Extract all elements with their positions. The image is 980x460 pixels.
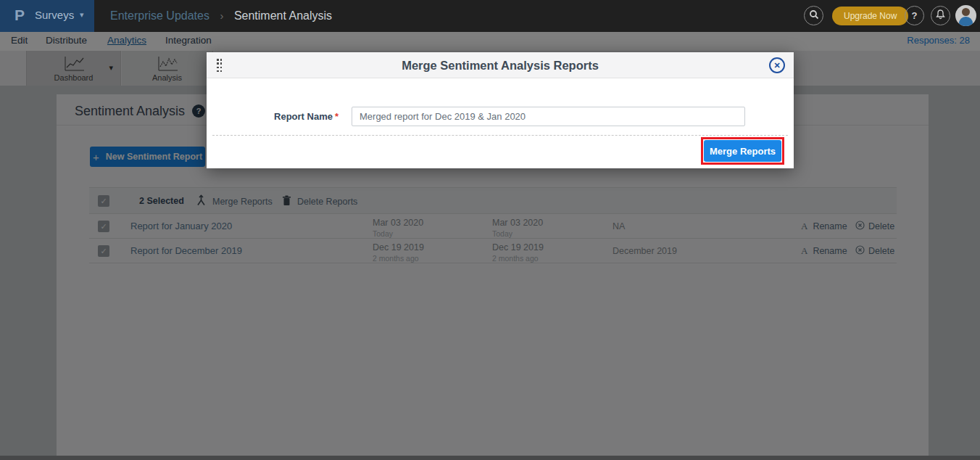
modal-footer-divider bbox=[212, 135, 788, 136]
avatar-head bbox=[962, 8, 970, 16]
help-button[interactable]: ? bbox=[905, 6, 924, 25]
breadcrumb-survey-name[interactable]: Enterprise Updates bbox=[110, 9, 209, 22]
caret-down-icon: ▾ bbox=[80, 10, 84, 20]
questionpro-app: P Surveys ▾ Enterprise Updates › Sentime… bbox=[0, 0, 980, 460]
top-bar: P Surveys ▾ Enterprise Updates › Sentime… bbox=[0, 0, 980, 32]
modal-header: Merge Sentiment Analysis Reports ✕ bbox=[207, 52, 794, 78]
search-button[interactable] bbox=[804, 6, 823, 25]
modal-title: Merge Sentiment Analysis Reports bbox=[207, 52, 794, 78]
product-name: Surveys bbox=[35, 9, 74, 21]
breadcrumb: Enterprise Updates › Sentiment Analysis bbox=[110, 0, 332, 32]
search-icon bbox=[809, 9, 819, 22]
notifications-button[interactable] bbox=[931, 6, 950, 25]
question-mark-icon: ? bbox=[912, 10, 918, 21]
report-name-label: Report Name* bbox=[207, 111, 339, 122]
upgrade-now-button[interactable]: Upgrade Now bbox=[832, 7, 908, 25]
drag-handle-icon[interactable] bbox=[216, 58, 223, 73]
merge-reports-button[interactable]: Merge Reports bbox=[704, 140, 781, 162]
avatar-torso bbox=[959, 17, 973, 26]
required-asterisk: * bbox=[335, 111, 339, 122]
report-name-input[interactable] bbox=[352, 107, 745, 126]
close-icon: ✕ bbox=[773, 61, 780, 70]
chevron-right-icon: › bbox=[220, 9, 223, 22]
questionpro-logo-icon: P bbox=[14, 7, 25, 24]
product-switcher[interactable]: P Surveys ▾ bbox=[0, 0, 94, 32]
bell-icon bbox=[936, 9, 945, 22]
breadcrumb-current-page: Sentiment Analysis bbox=[234, 9, 332, 22]
modal-close-button[interactable]: ✕ bbox=[769, 57, 785, 73]
user-avatar[interactable] bbox=[955, 5, 976, 26]
merge-reports-modal: Merge Sentiment Analysis Reports ✕ Repor… bbox=[207, 52, 794, 168]
